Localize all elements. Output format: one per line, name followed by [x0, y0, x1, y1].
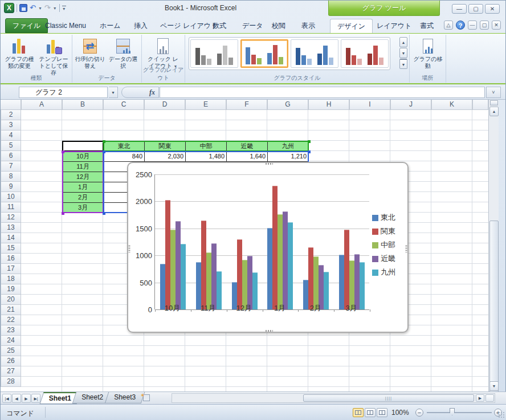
- undo-dropdown-icon[interactable]: ▼: [38, 6, 42, 10]
- chart-bar-関東-2月[interactable]: [308, 247, 313, 309]
- cell-value[interactable]: 1,480: [185, 151, 227, 162]
- chart-object[interactable]: 05001000150020002500 10月11月12月1月2月3月 東北関…: [127, 162, 409, 333]
- row-header-26[interactable]: 26: [1, 356, 21, 366]
- row-header-28[interactable]: 28: [1, 377, 21, 387]
- cell-month-1月[interactable]: 1月: [62, 182, 104, 193]
- chart-bar-九州-3月[interactable]: [360, 262, 365, 309]
- formula-input[interactable]: [160, 87, 485, 98]
- window-restore-button[interactable]: ▢: [468, 4, 483, 14]
- tab-design[interactable]: デザイン: [330, 19, 373, 33]
- chart-style-thumbnail-blue[interactable]: [291, 39, 338, 68]
- cell-month-12月[interactable]: 12月: [62, 172, 104, 182]
- first-sheet-icon[interactable]: |◀: [2, 394, 11, 403]
- column-header-G[interactable]: G: [267, 100, 308, 110]
- legend-item-九州[interactable]: 九州: [372, 266, 395, 279]
- chart-bar-九州-10月[interactable]: [181, 244, 186, 309]
- column-header-H[interactable]: H: [308, 100, 349, 110]
- chart-bar-近畿-1月[interactable]: [283, 211, 288, 309]
- row-header-15[interactable]: 15: [1, 243, 21, 254]
- tab-home[interactable]: ホーム: [93, 19, 128, 33]
- move-chart-button[interactable]: グラフの移動: [411, 36, 444, 73]
- chart-bar-中部-3月[interactable]: [349, 260, 354, 309]
- select-all-corner[interactable]: [1, 100, 21, 110]
- gallery-scroll-down-icon[interactable]: ▼: [399, 48, 407, 58]
- insert-function-button[interactable]: fx: [121, 87, 159, 98]
- insert-worksheet-button[interactable]: ✶: [140, 394, 152, 402]
- switch-row-column-button[interactable]: ⇄ 行/列の切り替え: [74, 36, 107, 73]
- row-header-5[interactable]: 5: [1, 141, 21, 151]
- chart-bar-関東-3月[interactable]: [344, 230, 349, 309]
- undo-icon[interactable]: ↶: [30, 4, 36, 12]
- zoom-slider-thumb[interactable]: [450, 408, 455, 415]
- row-header-11[interactable]: 11: [1, 202, 21, 213]
- cell-month-11月[interactable]: 11月: [62, 161, 104, 172]
- column-header-K[interactable]: K: [431, 100, 472, 110]
- column-header-J[interactable]: J: [390, 100, 431, 110]
- chart-bar-中部-11月[interactable]: [206, 252, 211, 309]
- book-restore-button[interactable]: ▢: [480, 21, 489, 30]
- next-sheet-icon[interactable]: ▶: [22, 394, 31, 403]
- row-header-6[interactable]: 6: [1, 151, 21, 161]
- page-break-view-button[interactable]: [377, 408, 387, 417]
- row-header-27[interactable]: 27: [1, 366, 21, 377]
- chart-bar-東北-1月[interactable]: [267, 228, 272, 309]
- chart-bar-近畿-10月[interactable]: [176, 221, 181, 309]
- help-icon[interactable]: ?: [456, 21, 465, 30]
- row-header-18[interactable]: 18: [1, 274, 21, 284]
- column-header-E[interactable]: E: [185, 100, 226, 110]
- row-header-16[interactable]: 16: [1, 254, 21, 264]
- select-data-button[interactable]: データの選択: [107, 36, 140, 73]
- row-header-10[interactable]: 10: [1, 192, 21, 202]
- chart-bar-関東-10月[interactable]: [165, 200, 170, 309]
- column-header-I[interactable]: I: [349, 100, 390, 110]
- row-header-14[interactable]: 14: [1, 233, 21, 243]
- vertical-scrollbar[interactable]: ▲ ▼: [488, 100, 499, 392]
- book-minimize-button[interactable]: —: [468, 21, 477, 30]
- previous-sheet-icon[interactable]: ◀: [12, 394, 21, 403]
- row-header-7[interactable]: 7: [1, 161, 21, 172]
- chart-style-thumbnail-colored-selected[interactable]: [240, 39, 288, 68]
- row-header-20[interactable]: 20: [1, 295, 21, 305]
- chart-bar-近畿-11月[interactable]: [211, 243, 217, 309]
- save-as-template-button[interactable]: テンプレートとして保存: [37, 36, 70, 73]
- cell-series-header-近畿[interactable]: 近畿: [226, 141, 268, 152]
- excel-logo-icon[interactable]: X: [4, 3, 14, 13]
- legend-item-近畿[interactable]: 近畿: [372, 252, 395, 266]
- customize-qat-icon[interactable]: ▼: [62, 6, 66, 11]
- name-box[interactable]: グラフ 2: [19, 87, 108, 98]
- cell-series-header-関東[interactable]: 関東: [144, 141, 186, 152]
- row-header-25[interactable]: 25: [1, 346, 21, 356]
- cell-month-2月[interactable]: 2月: [62, 192, 104, 203]
- tab-classic-menu[interactable]: Classic Menu: [38, 19, 93, 33]
- zoom-out-icon[interactable]: −: [415, 409, 423, 417]
- gallery-scroll-up-icon[interactable]: ▲: [399, 37, 407, 47]
- row-header-3[interactable]: 3: [1, 120, 21, 131]
- scroll-up-icon[interactable]: ▲: [489, 107, 499, 116]
- row-header-17[interactable]: 17: [1, 264, 21, 274]
- zoom-slider-track[interactable]: [427, 412, 492, 413]
- column-header-B[interactable]: B: [62, 100, 103, 110]
- tab-format[interactable]: 書式: [413, 19, 440, 33]
- chart-bar-関東-11月[interactable]: [201, 221, 206, 309]
- row-header-21[interactable]: 21: [1, 305, 21, 315]
- row-header-19[interactable]: 19: [1, 284, 21, 295]
- cell-value[interactable]: 2,030: [144, 151, 186, 162]
- chart-bar-近畿-3月[interactable]: [354, 254, 360, 309]
- cell-value[interactable]: 1,210: [267, 151, 309, 162]
- window-minimize-button[interactable]: —: [452, 4, 467, 14]
- cell-value[interactable]: 1,640: [226, 151, 268, 162]
- cell-month-10月[interactable]: 10月: [62, 151, 104, 162]
- chart-bar-東北-11月[interactable]: [196, 262, 201, 309]
- column-header-F[interactable]: F: [226, 100, 267, 110]
- tab-layout[interactable]: レイアウト: [370, 19, 418, 33]
- tab-formulas[interactable]: 数式: [206, 19, 233, 33]
- normal-view-button[interactable]: [353, 408, 364, 417]
- row-header-9[interactable]: 9: [1, 182, 21, 192]
- horizontal-split-handle[interactable]: [485, 394, 494, 402]
- row-header-13[interactable]: 13: [1, 223, 21, 233]
- chart-legend[interactable]: 東北関東中部近畿九州: [372, 211, 395, 279]
- cell-series-header-東北[interactable]: 東北: [103, 141, 145, 152]
- gallery-more-icon[interactable]: ▼: [399, 59, 407, 69]
- cell-B5[interactable]: [62, 141, 104, 152]
- chart-bar-関東-1月[interactable]: [272, 186, 278, 309]
